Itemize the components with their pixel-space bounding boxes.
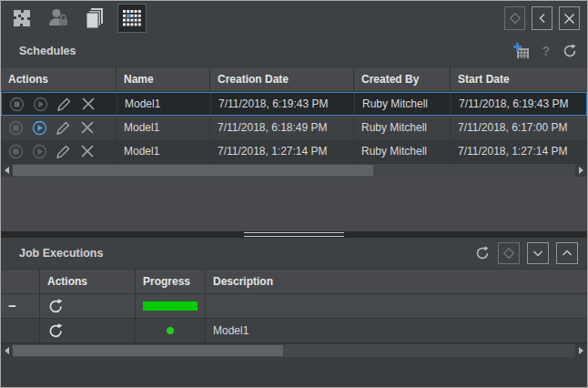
delete-x-icon[interactable] <box>80 97 96 112</box>
close-icon <box>563 13 575 25</box>
collapse-row-icon[interactable]: − <box>8 301 16 311</box>
column-header-creation-date[interactable]: Creation Date <box>210 67 354 91</box>
job-description: Model1 <box>206 319 587 342</box>
column-header-progress[interactable]: Progress <box>136 270 206 293</box>
diamond-button[interactable] <box>498 242 520 264</box>
schedules-title: Schedules <box>19 45 76 57</box>
column-header-name[interactable]: Name <box>117 67 210 91</box>
diamond-icon <box>502 247 515 260</box>
schedule-row-2[interactable]: Model1 7/11/2018, 6:18:49 PM Ruby Mitche… <box>1 116 587 139</box>
jobs-hscrollbar <box>1 343 587 357</box>
column-header-expand[interactable] <box>1 270 40 293</box>
edit-pencil-icon[interactable] <box>56 97 72 112</box>
job-executions-header: Job Executions <box>1 238 587 269</box>
job-row-1[interactable]: − <box>1 294 587 319</box>
schedules-hscroll-track[interactable] <box>13 164 575 177</box>
job-status-dot <box>167 327 174 334</box>
main-toolbar <box>1 1 587 36</box>
schedules-hscroll-thumb[interactable] <box>13 165 373 176</box>
jobs-hscroll-thumb[interactable] <box>13 345 283 356</box>
schedule-name: Model1 <box>117 139 210 163</box>
job-progress-bar <box>143 301 198 311</box>
schedule-row-1[interactable]: Model1 7/11/2018, 6:19:43 PM Ruby Mitche… <box>1 92 587 116</box>
copy-pages-icon[interactable] <box>81 5 108 32</box>
schedule-row-3[interactable]: Model1 7/11/2018, 1:27:14 PM Ruby Mitche… <box>1 139 587 163</box>
back-button[interactable] <box>532 6 553 30</box>
stop-icon[interactable] <box>9 97 25 112</box>
jobs-hscroll-track[interactable] <box>13 344 575 357</box>
jobs-empty-area <box>1 357 587 387</box>
column-header-description[interactable]: Description <box>206 270 587 293</box>
schedule-creation-date: 7/11/2018, 1:27:14 PM <box>210 139 354 163</box>
edit-pencil-icon[interactable] <box>56 120 71 136</box>
rerun-icon[interactable] <box>47 298 65 315</box>
schedules-hscrollbar <box>1 163 587 177</box>
refresh-icon[interactable] <box>473 245 491 262</box>
add-schedule-icon[interactable] <box>512 42 531 60</box>
user-lock-icon[interactable] <box>45 5 72 32</box>
stop-icon[interactable] <box>8 120 24 136</box>
chevron-up-icon <box>562 248 573 259</box>
job-executions-panel: Job Executions <box>1 238 587 387</box>
schedule-created-by: Ruby Mitchell <box>355 93 451 115</box>
diamond-icon <box>509 12 522 25</box>
expand-panel-button[interactable] <box>556 242 578 264</box>
column-header-actions[interactable]: Actions <box>1 67 117 91</box>
schedule-name: Model1 <box>117 116 210 139</box>
job-row-2[interactable]: Model1 <box>1 319 587 343</box>
scroll-right-arrow-icon[interactable] <box>575 164 587 177</box>
schedule-start-date: 7/11/2018, 6:17:00 PM <box>451 116 587 139</box>
splitter-grip-icon <box>244 232 344 237</box>
chevron-left-icon <box>537 13 548 24</box>
schedules-table-header: Actions Name Creation Date Created By St… <box>1 66 587 92</box>
puzzle-icon[interactable] <box>8 5 35 32</box>
column-header-created-by[interactable]: Created By <box>354 67 451 91</box>
scheduler-window: Schedules ? <box>0 0 588 388</box>
schedule-start-date: 7/11/2018, 6:19:43 PM <box>451 93 586 115</box>
job-description <box>206 294 587 318</box>
job-executions-title: Job Executions <box>19 247 103 260</box>
scroll-left-arrow-icon[interactable] <box>1 164 13 177</box>
schedule-created-by: Ruby Mitchell <box>354 139 451 163</box>
rerun-icon[interactable] <box>47 322 65 340</box>
stop-icon[interactable] <box>8 144 24 159</box>
panel-splitter[interactable] <box>1 231 587 238</box>
column-header-start-date[interactable]: Start Date <box>451 67 587 91</box>
close-button[interactable] <box>559 6 580 30</box>
play-icon[interactable] <box>33 97 48 112</box>
delete-x-icon[interactable] <box>79 144 95 159</box>
collapse-panel-button[interactable] <box>527 242 549 264</box>
schedules-header: Schedules ? <box>1 36 587 66</box>
delete-x-icon[interactable] <box>79 120 95 136</box>
schedule-start-date: 7/11/2018, 1:27:14 PM <box>451 139 587 163</box>
chevron-down-icon <box>532 248 543 259</box>
schedule-created-by: Ruby Mitchell <box>354 116 451 139</box>
schedules-empty-area <box>1 177 587 231</box>
scroll-right-arrow-icon[interactable] <box>575 344 587 357</box>
play-icon[interactable] <box>32 120 47 136</box>
schedule-creation-date: 7/11/2018, 6:18:49 PM <box>210 116 354 139</box>
schedule-creation-date: 7/11/2018, 6:19:43 PM <box>211 93 355 115</box>
scroll-left-arrow-icon[interactable] <box>1 344 13 357</box>
column-header-actions[interactable]: Actions <box>40 270 136 293</box>
play-icon[interactable] <box>32 144 47 159</box>
refresh-icon[interactable] <box>561 43 578 60</box>
diamond-button[interactable] <box>504 6 525 30</box>
edit-pencil-icon[interactable] <box>56 144 71 159</box>
help-icon[interactable]: ? <box>542 44 550 58</box>
job-table-header: Actions Progress Description <box>1 269 587 294</box>
schedules-calendar-icon[interactable] <box>117 4 147 33</box>
schedule-name: Model1 <box>117 93 211 115</box>
schedules-panel: Schedules ? <box>1 36 587 231</box>
